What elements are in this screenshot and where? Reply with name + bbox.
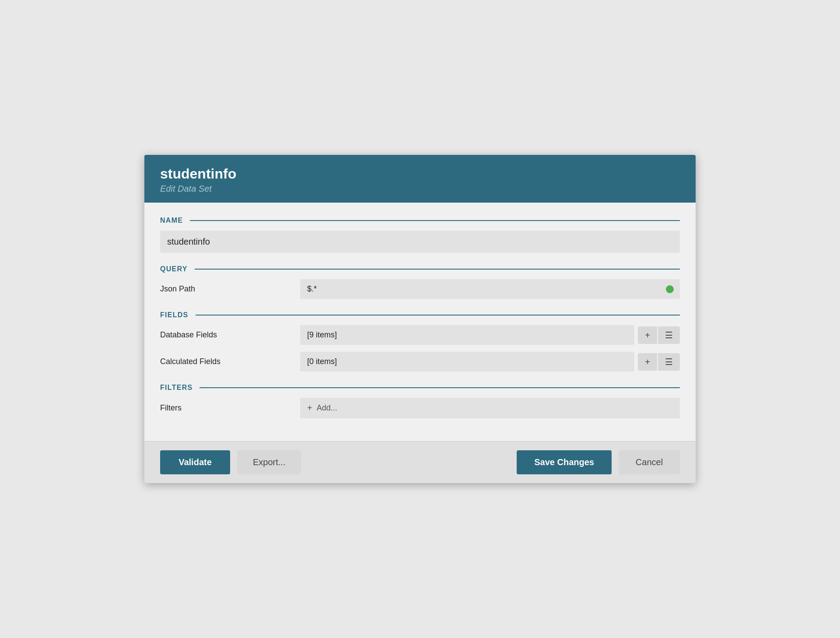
name-section: NAME xyxy=(160,217,680,253)
json-path-row: Json Path xyxy=(160,279,680,299)
calculated-fields-label: Calculated Fields xyxy=(160,357,300,366)
dialog-header: studentinfo Edit Data Set xyxy=(144,155,696,203)
filters-add-label: Add... xyxy=(317,403,337,413)
edit-dataset-dialog: studentinfo Edit Data Set NAME QUERY Jso… xyxy=(144,155,696,483)
query-section-divider xyxy=(195,269,680,270)
query-section-label: QUERY xyxy=(160,265,188,273)
database-fields-actions: + ☰ xyxy=(638,326,680,344)
name-section-label: NAME xyxy=(160,217,183,224)
calculated-fields-actions: + ☰ xyxy=(638,353,680,371)
cancel-button[interactable]: Cancel xyxy=(619,450,680,474)
database-fields-row: Database Fields + ☰ xyxy=(160,325,680,345)
json-path-input-wrapper xyxy=(300,279,680,299)
filters-add-icon: + xyxy=(307,403,312,413)
json-path-label: Json Path xyxy=(160,284,300,294)
filters-label: Filters xyxy=(160,403,300,413)
name-section-divider xyxy=(190,220,680,221)
name-input[interactable] xyxy=(160,231,680,253)
footer-right: Save Changes Cancel xyxy=(517,450,680,474)
dialog-subtitle: Edit Data Set xyxy=(160,184,680,194)
fields-section-label: FIELDS xyxy=(160,311,189,319)
fields-section: FIELDS Database Fields + ☰ Calculated Fi… xyxy=(160,311,680,372)
database-fields-input[interactable] xyxy=(300,325,634,345)
query-section: QUERY Json Path xyxy=(160,265,680,299)
dialog-footer: Validate Export... Save Changes Cancel xyxy=(144,441,696,483)
filters-section: FILTERS Filters + Add... xyxy=(160,384,680,418)
fields-section-header: FIELDS xyxy=(160,311,680,319)
calculated-fields-input[interactable] xyxy=(300,352,634,372)
filters-add-button[interactable]: + Add... xyxy=(300,398,680,418)
query-section-header: QUERY xyxy=(160,265,680,273)
dialog-title: studentinfo xyxy=(160,165,680,182)
status-indicator xyxy=(666,285,674,293)
filters-section-label: FILTERS xyxy=(160,384,192,392)
calculated-fields-row: Calculated Fields + ☰ xyxy=(160,352,680,372)
filters-section-header: FILTERS xyxy=(160,384,680,392)
fields-section-divider xyxy=(196,315,680,315)
database-fields-add-button[interactable]: + xyxy=(638,326,657,344)
name-section-header: NAME xyxy=(160,217,680,224)
save-changes-button[interactable]: Save Changes xyxy=(517,450,612,474)
json-path-input[interactable] xyxy=(300,279,680,299)
database-fields-label: Database Fields xyxy=(160,330,300,340)
validate-button[interactable]: Validate xyxy=(160,450,230,474)
dialog-body: NAME QUERY Json Path FIELDS xyxy=(144,203,696,441)
database-fields-menu-button[interactable]: ☰ xyxy=(658,326,680,344)
filters-row: Filters + Add... xyxy=(160,398,680,418)
footer-left: Validate Export... xyxy=(160,450,301,474)
calculated-fields-menu-button[interactable]: ☰ xyxy=(658,353,680,371)
calculated-fields-add-button[interactable]: + xyxy=(638,353,657,371)
filters-section-divider xyxy=(200,387,680,388)
export-button[interactable]: Export... xyxy=(237,450,301,474)
